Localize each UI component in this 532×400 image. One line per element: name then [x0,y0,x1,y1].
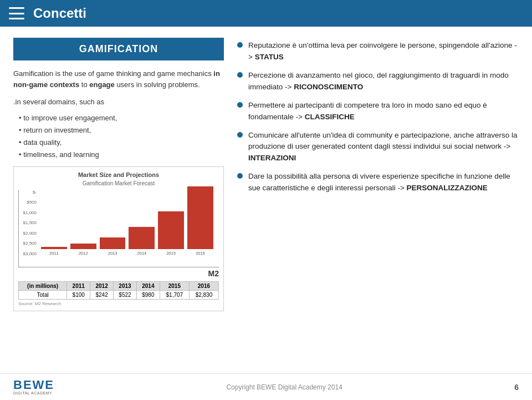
table-header: 2013 [114,281,137,290]
list-item: to improve user engagement, [19,112,224,124]
menu-icon[interactable] [9,7,24,19]
chart-subtitle: Gamification Market Forecast [18,180,219,186]
list-item: return on investment, [19,124,224,136]
right-bullet-2: Percezione di avanzamento nel gioco, del… [237,70,519,93]
bar-2013: 2013 [100,237,126,256]
table-cell: $2,830 [189,290,218,299]
bar-2011: 2011 [41,247,67,256]
table-cell: Total [19,290,67,299]
right-bullet-4: Comunicare all'utente un'idea di communi… [237,130,519,165]
table-cell: $1,707 [160,290,189,299]
bars-group: 2011 2012 2013 2014 [41,189,213,256]
bullet-dot [237,72,243,78]
bar-2015: 2015 [158,211,184,256]
intro-text: Gamification is the use of game thinking… [13,68,224,90]
table-header: 2016 [189,281,218,290]
bullet-dot [237,102,243,108]
bullet-dot [237,173,243,179]
right-bullet-3: Permettere ai partecipanti di competere … [237,100,519,123]
footer: BEWE DIGITAL ACADEMY Copyright BEWE Digi… [0,373,532,400]
left-panel: GAMIFICATION Gamification is the use of … [13,38,224,362]
m2-logo: M2 [18,269,219,278]
table-header: 2012 [90,281,114,290]
bullet-list: to improve user engagement, return on in… [13,112,224,161]
footer-logo: BEWE DIGITAL ACADEMY [13,379,54,395]
list-item: data quality, [19,136,224,149]
table-cell: $980 [136,290,160,299]
footer-copyright: Copyright BEWE Digital Academy 2014 [226,383,342,391]
chart-source: Source: M2 Research [18,301,219,306]
right-bullet-1: Reputazione è un'ottima leva per coinvol… [237,40,519,63]
bar-2016: 2016 [187,186,213,256]
bar-chart: $3,000 $2,500 $2,000 $1,500 $1,000 $500 … [18,190,219,267]
chart-container: Market Size and Projections Gamification… [13,166,224,311]
bewe-logo-subtitle: DIGITAL ACADEMY [13,391,52,395]
domains-intro: .in several domains, such as [13,97,224,108]
table-cell: $522 [114,290,137,299]
bar-2012: 2012 [70,244,96,256]
right-bullet-5: Dare la possibilità alla persona di vive… [237,171,519,194]
footer-page-number: 6 [514,383,519,392]
list-item: timeliness, and learning [19,149,224,161]
page-title: Concetti [33,6,86,21]
table-cell: $100 [67,290,90,299]
y-axis: $3,000 $2,500 $2,000 $1,500 $1,000 $500 … [19,190,39,256]
bewe-logo-text: BEWE [13,379,54,391]
right-panel: Reputazione è un'ottima leva per coinvol… [237,38,519,362]
data-table: (in millions) 2011 2012 2013 2014 2015 2… [18,281,219,300]
bar-2014: 2014 [129,227,155,256]
gamification-label: GAMIFICATION [13,38,224,60]
table-cell: $242 [90,290,114,299]
table-header: 2011 [67,281,90,290]
bullet-dot [237,132,243,138]
table-header: (in millions) [19,281,67,290]
table-header: 2014 [136,281,160,290]
header: Concetti [0,0,532,27]
bullet-dot [237,42,243,48]
chart-title: Market Size and Projections [18,171,219,178]
main-content: GAMIFICATION Gamification is the use of … [0,27,532,373]
table-header: 2015 [160,281,189,290]
